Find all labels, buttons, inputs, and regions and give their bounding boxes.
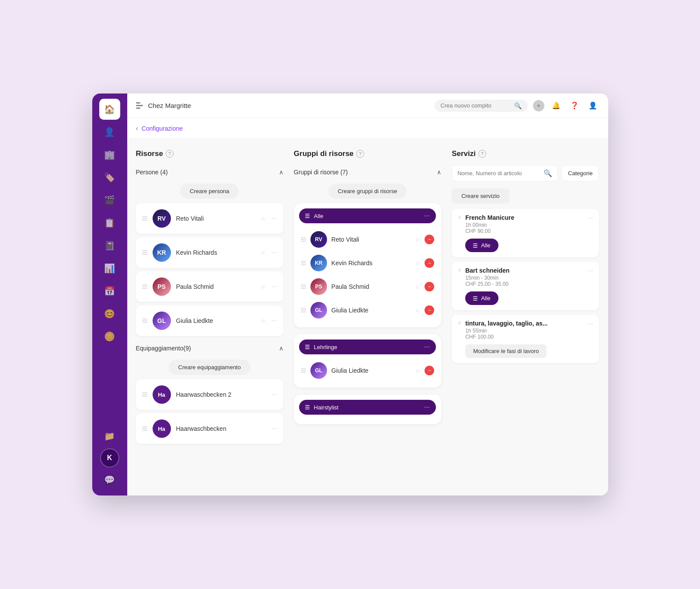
more-icon-giulia[interactable]: ··· [271, 317, 277, 325]
star-group-giulia-l[interactable]: ☆ [415, 367, 420, 374]
search-input[interactable] [441, 102, 511, 109]
servizi-title: Servizi [452, 149, 476, 158]
service-drag-icon-1[interactable]: ≡ [458, 214, 461, 220]
remove-reto-button[interactable]: − [425, 235, 434, 244]
star-icon-giulia[interactable]: ☆ [261, 318, 266, 324]
gruppi-chevron-icon: ∧ [437, 169, 441, 176]
sidebar-item-folder[interactable]: 📁 [99, 426, 120, 447]
drag-handle-eq2[interactable] [142, 426, 147, 431]
persone-chevron-icon: ∧ [279, 169, 283, 176]
drag-handle[interactable] [301, 284, 306, 289]
risorse-help-icon[interactable]: ? [166, 150, 174, 158]
persone-title: Persone (4) [136, 169, 168, 176]
sidebar-item-clipboard[interactable]: 📋 [99, 212, 120, 233]
sidebar-item-calendar[interactable]: 📅 [99, 281, 120, 301]
notification-icon[interactable]: 🔔 [550, 99, 563, 112]
more-icon-reto[interactable]: ··· [271, 215, 277, 222]
help-icon[interactable]: ❓ [568, 99, 581, 112]
pill-drag-handle-h[interactable] [305, 405, 310, 409]
add-task-button[interactable]: ＋ [533, 100, 544, 111]
equipaggiamento-chevron-icon: ∧ [279, 345, 283, 352]
menu-icon[interactable] [136, 102, 143, 109]
service-card-tintura: ≡ tintura, lavaggio, taglio, as... 1h 55… [452, 315, 599, 363]
sidebar-item-face[interactable]: 😊 [99, 303, 120, 324]
star-group-paula[interactable]: ☆ [415, 284, 420, 290]
avatar-ha1: Ha [153, 385, 171, 404]
drag-handle[interactable] [142, 319, 147, 323]
create-gruppi-button[interactable]: Creare gruppi di risorse [328, 184, 407, 199]
avatar-kevin: KR [153, 243, 171, 262]
equipment-name-2: Haarwaschbecken [176, 425, 266, 432]
modify-fasi-button[interactable]: Modificare le fasi di lavoro [465, 344, 547, 358]
more-icon-eq1[interactable]: ··· [271, 391, 277, 398]
sidebar-item-people[interactable]: 👤 [99, 121, 120, 142]
account-icon[interactable]: 👤 [586, 99, 599, 112]
sidebar-item-building[interactable]: 🏢 [99, 144, 120, 165]
remove-giulia-button[interactable]: − [425, 305, 434, 315]
service-alle-label-bart: Alle [481, 295, 491, 301]
service-search-input[interactable] [457, 170, 540, 177]
more-icon-kevin[interactable]: ··· [271, 249, 277, 256]
drag-handle[interactable] [142, 216, 147, 221]
group-more-lehrlinge[interactable]: ··· [424, 343, 430, 351]
drag-handle-eq1[interactable] [142, 392, 147, 397]
sidebar-item-film[interactable]: 🎬 [99, 190, 120, 211]
gruppi-section-header[interactable]: Gruppi di risorse (7) ∧ [294, 165, 441, 179]
service-price-manicure: CHF 90.00 [465, 228, 583, 234]
group-member-giulia: GL Giulia Liedkte ☆ − [299, 298, 436, 322]
drag-handle[interactable] [142, 250, 147, 255]
star-group-kevin[interactable]: ☆ [415, 260, 420, 267]
drag-handle[interactable] [301, 308, 306, 312]
sidebar-item-chat[interactable]: 💬 [99, 469, 120, 490]
drag-handle[interactable] [142, 284, 147, 289]
drag-handle[interactable] [301, 261, 306, 265]
avatar-group-kevin: KR [310, 255, 327, 271]
avatar-group-paula: PS [310, 278, 327, 295]
group-pill-alle: Alle ··· [299, 208, 436, 223]
group-more-alle[interactable]: ··· [424, 212, 430, 220]
sidebar-item-tag[interactable]: 🏷️ [99, 167, 120, 188]
remove-giulia-l-button[interactable]: − [425, 366, 434, 375]
more-icon-paula[interactable]: ··· [271, 283, 277, 291]
star-icon-reto[interactable]: ☆ [261, 215, 266, 222]
back-button[interactable]: ‹ [136, 125, 138, 132]
categories-button[interactable]: Categorie [561, 165, 599, 181]
service-search-field[interactable]: 🔍 [452, 165, 558, 181]
gruppi-help-icon[interactable]: ? [356, 150, 364, 158]
service-more-icon-2[interactable]: ··· [587, 267, 593, 275]
avatar-group-giulia: GL [310, 302, 327, 319]
star-group-giulia[interactable]: ☆ [415, 307, 420, 314]
servizi-help-icon[interactable]: ? [478, 150, 486, 158]
more-icon-eq2[interactable]: ··· [271, 425, 277, 433]
sidebar-item-notebook[interactable]: 📓 [99, 235, 120, 256]
sidebar-item-chart[interactable]: 📊 [99, 258, 120, 279]
remove-paula-button[interactable]: − [425, 282, 434, 291]
star-icon-kevin[interactable]: ☆ [261, 249, 266, 256]
drag-handle[interactable] [301, 368, 306, 373]
create-service-button[interactable]: Creare servizio [452, 188, 509, 204]
star-group-reto[interactable]: ☆ [415, 236, 420, 243]
sidebar-item-home[interactable]: 🏠 [99, 99, 120, 120]
pill-drag-handle[interactable] [305, 214, 310, 218]
drag-handle[interactable] [301, 237, 306, 242]
create-equipaggiamento-button[interactable]: Creare equipaggiamento [169, 360, 251, 375]
persone-section-header[interactable]: Persone (4) ∧ [136, 165, 283, 179]
service-drag-icon-3[interactable]: ≡ [458, 320, 461, 326]
person-name-kevin: Kevin Richards [176, 249, 254, 256]
service-more-icon-1[interactable]: ··· [587, 214, 593, 222]
service-alle-button-manicure[interactable]: Alle [465, 239, 498, 252]
star-icon-paula[interactable]: ☆ [261, 284, 266, 290]
group-more-hairstylist[interactable]: ··· [424, 403, 430, 411]
remove-kevin-button[interactable]: − [425, 258, 434, 268]
equipaggiamento-section-header[interactable]: Equipaggiamento(9) ∧ [136, 341, 283, 355]
sidebar-item-coin[interactable]: 🪙 [99, 326, 120, 347]
search-bar[interactable]: 🔍 [435, 100, 528, 112]
group-member-name-reto: Reto Vitali [331, 236, 409, 243]
service-more-icon-3[interactable]: ··· [587, 320, 593, 328]
pill-drag-handle-l[interactable] [305, 345, 310, 349]
service-alle-button-bart[interactable]: Alle [465, 291, 498, 305]
avatar-ha2: Ha [153, 419, 171, 438]
service-drag-icon-2[interactable]: ≡ [458, 267, 461, 273]
create-persona-button[interactable]: Creare persona [180, 184, 239, 199]
user-avatar[interactable]: K [100, 448, 119, 468]
